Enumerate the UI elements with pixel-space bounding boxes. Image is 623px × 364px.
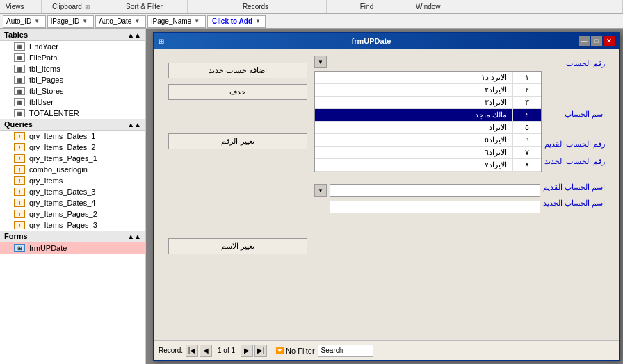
minimize-button[interactable]: — <box>578 36 590 46</box>
add-account-button[interactable]: اضافة حساب جديد <box>168 63 307 78</box>
table-row[interactable]: الايراد٥ ٦ <box>315 134 541 147</box>
dropdown-row: ▼ <box>314 56 542 68</box>
query-icon: ! <box>14 221 25 229</box>
sidebar-item-totalenter[interactable]: ▦ TOTALENTER <box>0 108 145 119</box>
sidebar-item-tbl-items[interactable]: ▦ tbl_Items <box>0 63 145 74</box>
form-bottom-section: ▼ اسم الحساب القديم اسم الحساب الجديد <box>314 183 605 215</box>
form-window-controls: — □ ✕ <box>578 36 615 46</box>
data-grid[interactable]: الايرداد١ ١ الايراد٢ ٢ الايراد٣ ٣ <box>314 71 542 172</box>
sidebar-item-tbluser[interactable]: ▦ tblUser <box>0 97 145 108</box>
change-name-button[interactable]: تغيير الاسم <box>168 238 307 254</box>
bottom-fields: ▼ <box>314 184 540 213</box>
click-to-add-arrow: ▼ <box>255 18 261 24</box>
auto-date-arrow: ▼ <box>134 18 140 24</box>
sidebar-item-filepath[interactable]: ▦ FilePath <box>0 52 145 63</box>
ribbon-views: Views <box>0 0 42 13</box>
sidebar-item-qry1[interactable]: ! qry_Items_Dates_1 <box>0 131 145 142</box>
form-icon-small: ⊞ <box>159 38 164 45</box>
auto-date-dropdown[interactable]: Auto_Date ▼ <box>95 15 146 28</box>
old-account-name-label: اسم الحساب القديم <box>543 183 605 192</box>
form-statusbar: Record: |◀ ◀ 1 of 1 ▶ ▶| 🔽 No Filter <box>154 340 619 360</box>
click-to-add-button[interactable]: Click to Add ▼ <box>207 15 266 28</box>
form-window: ⊞ frmUPDate — □ ✕ ▲ ▼ اضافة حساب جديد <box>153 32 620 361</box>
new-name-row <box>314 201 540 213</box>
next-record-button[interactable]: ▶ <box>241 345 253 357</box>
old-name-dropdown-button[interactable]: ▼ <box>314 184 327 197</box>
table-row[interactable]: الايراد٦ ٧ <box>315 147 541 159</box>
grid-dropdown-button[interactable]: ▼ <box>314 56 327 68</box>
query-icon: ! <box>14 132 25 140</box>
sidebar-item-qry3[interactable]: ! qry_Items_Pages_1 <box>0 153 145 164</box>
sidebar: Tables ▲▲ ▦ EndYaer ▦ FilePath ▦ tbl_Ite… <box>0 29 146 364</box>
sidebar-item-qry5[interactable]: ! qry_Items_Dates_3 <box>0 186 145 197</box>
ipage-name-dropdown[interactable]: iPage_Name ▼ <box>147 15 206 28</box>
toolbar: Auto_ID ▼ iPage_ID ▼ Auto_Date ▼ iPage_N… <box>0 14 623 29</box>
table-icon: ▦ <box>14 42 25 51</box>
new-name-input[interactable] <box>330 201 540 213</box>
ribbon-bar: Views Clipboard ⊞ Sort & Filter Records … <box>0 0 623 14</box>
sidebar-item-endyaer[interactable]: ▦ EndYaer <box>0 41 145 52</box>
of-label: of <box>223 347 229 354</box>
query-icon: ! <box>14 210 25 218</box>
form-body: اضافة حساب جديد حذف تغيير الرقم تغيير ال… <box>154 49 619 340</box>
navigation-controls: |◀ ◀ <box>186 345 212 357</box>
current-record: 1 <box>218 347 222 354</box>
queries-title: Queries <box>4 120 33 129</box>
table-row[interactable]: الايراد٣ ٣ <box>315 97 541 109</box>
sidebar-item-qry7[interactable]: ! qry_Items_Pages_2 <box>0 208 145 220</box>
form-left-panel: اضافة حساب جديد حذف تغيير الرقم تغيير ال… <box>168 56 307 333</box>
query-icon: ! <box>14 176 25 185</box>
maximize-button[interactable]: □ <box>591 36 602 46</box>
auto-id-dropdown[interactable]: Auto_ID ▼ <box>3 15 46 28</box>
sidebar-item-tbl-pages[interactable]: ▦ tbl_Pages <box>0 74 145 85</box>
prev-record-button[interactable]: ◀ <box>200 345 212 357</box>
sidebar-item-frmupdate[interactable]: ⊞ frmUPDate <box>0 242 145 254</box>
grid-section: ▼ الايرداد١ ١ الايراد٢ ٢ <box>314 56 542 172</box>
total-records: 1 <box>231 347 235 354</box>
sidebar-item-qry2[interactable]: ! qry_Items_Dates_2 <box>0 142 145 153</box>
ribbon-clipboard: Clipboard ⊞ <box>42 0 104 13</box>
query-icon: ! <box>14 143 25 151</box>
tables-collapse-icon: ▲▲ <box>127 31 141 39</box>
old-name-row: ▼ <box>314 184 540 197</box>
close-button[interactable]: ✕ <box>604 36 615 46</box>
table-row[interactable]: الايرداد١ ١ <box>315 72 541 84</box>
queries-section-header[interactable]: Queries ▲▲ <box>0 119 145 131</box>
table-icon: ▦ <box>14 109 25 117</box>
ribbon-records: Records <box>188 0 327 13</box>
sidebar-item-qry-items[interactable]: ! qry_Items <box>0 175 145 186</box>
table-row[interactable]: الايراد٧ ٨ <box>315 159 541 172</box>
sidebar-item-combo[interactable]: ! combo_userlogin <box>0 164 145 175</box>
forms-title: Forms <box>4 232 28 240</box>
delete-button[interactable]: حذف <box>168 84 307 100</box>
search-input[interactable] <box>318 345 373 357</box>
table-icon: ▦ <box>14 87 25 95</box>
query-icon: ! <box>14 199 25 207</box>
last-record-button[interactable]: ▶| <box>254 345 267 357</box>
table-row[interactable]: الايراد ٥ <box>315 122 541 134</box>
sidebar-item-tbl-stores[interactable]: ▦ tbl_Stores <box>0 85 145 97</box>
sidebar-item-qry6[interactable]: ! qry_Items_Dates_4 <box>0 197 145 208</box>
old-name-input[interactable] <box>330 184 540 197</box>
form-titlebar: ⊞ frmUPDate — □ ✕ <box>154 33 619 49</box>
sidebar-item-qry8[interactable]: ! qry_Items_Pages_3 <box>0 220 145 231</box>
ipage-id-dropdown[interactable]: iPage_ID ▼ <box>47 15 94 28</box>
form-area: ⊞ frmUPDate — □ ✕ ▲ ▼ اضافة حساب جديد <box>146 29 623 364</box>
forms-section-header[interactable]: Forms ▲▲ <box>0 231 145 242</box>
table-row-selected[interactable]: مالك ماجد ٤ <box>315 109 541 122</box>
account-name-label: اسم الحساب <box>544 110 605 119</box>
table-row[interactable]: الايراد٢ ٢ <box>315 84 541 97</box>
tables-section-header[interactable]: Tables ▲▲ <box>0 29 145 41</box>
query-icon: ! <box>14 188 25 196</box>
tables-title: Tables <box>4 31 28 39</box>
first-record-button[interactable]: |◀ <box>186 345 198 357</box>
tables-list: ▦ EndYaer ▦ FilePath ▦ tbl_Items ▦ tbl_P… <box>0 41 145 119</box>
form-right-panel: ▼ الايرداد١ ١ الايراد٢ ٢ <box>314 56 605 333</box>
main-area: Tables ▲▲ ▦ EndYaer ▦ FilePath ▦ tbl_Ite… <box>0 29 623 364</box>
change-num-button[interactable]: تغيير الرقم <box>168 133 307 149</box>
record-info: 1 of 1 <box>218 347 235 354</box>
table-icon: ▦ <box>14 65 25 73</box>
query-icon: ! <box>14 165 25 174</box>
new-account-num-label: رقم الحساب الجديد <box>544 157 605 166</box>
queries-list: ! qry_Items_Dates_1 ! qry_Items_Dates_2 … <box>0 131 145 231</box>
